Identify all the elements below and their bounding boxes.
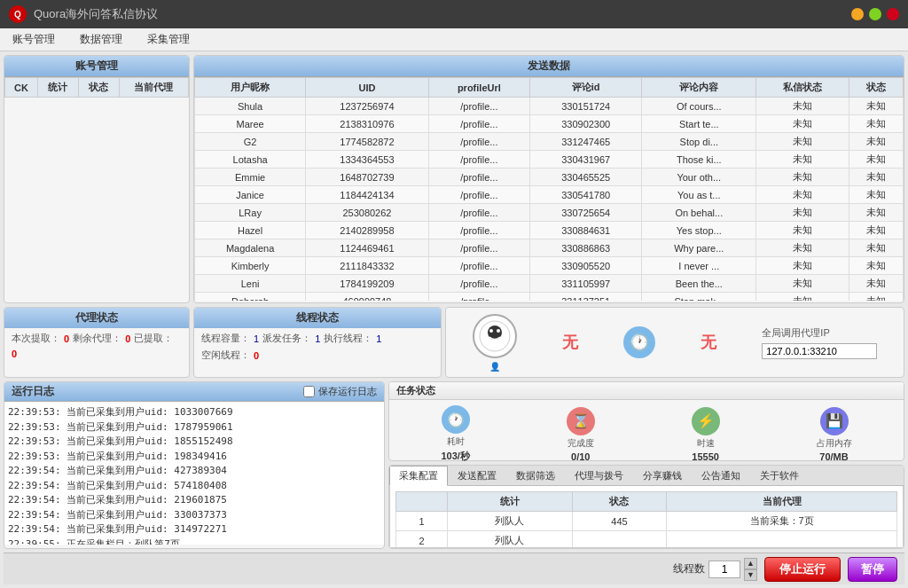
thread-label: 线程数 [673,561,705,576]
cfg-idx: 2 [396,531,448,549]
send-data-table-wrapper[interactable]: 用户昵称 UID profileUrl 评论id 评论内容 私信状态 状态 Sh… [194,77,904,301]
table-row: Leni 1784199209 /profile... 331105997 Be… [195,275,904,293]
config-section: 采集配置发送配置数据筛选代理与拨号分享赚钱公告通知关于软件 统计 状态 当前代理 [388,465,904,549]
cell-uid: 1334364553 [306,151,429,169]
cell-cid: 330151724 [529,98,641,115]
tab-采集配置[interactable]: 采集配置 [389,466,448,486]
menu-collect[interactable]: 采集管理 [142,30,195,49]
cell-status: 未知 [849,275,903,293]
cell-cid: 330725654 [529,204,641,222]
th-name: 用户昵称 [195,78,306,98]
cell-status: 未知 [849,169,903,186]
cell-name: Leni [195,275,306,293]
cfg-th-1: 统计 [448,492,572,512]
cell-cid: 330902300 [529,115,641,133]
robot-area: 👤 无 🕐 无 全局调用代理IP [446,308,904,377]
send-data-table: 用户昵称 UID profileUrl 评论id 评论内容 私信状态 状态 Sh… [194,77,904,301]
col-stats: 统计 [37,78,78,98]
tab-公告通知[interactable]: 公告通知 [692,466,750,485]
dispatch-value: 1 [315,333,320,344]
close-button[interactable] [887,8,899,20]
task-status-header: 任务状态 [389,382,904,400]
log-line: 22:39:54: 当前已采集到用户uid: 330037373 [8,508,380,523]
completion-value: 0/10 [571,451,590,462]
cell-url: /profile... [428,293,529,302]
title-bar: Q Quora海外问答私信协议 [0,0,908,28]
proxy-input[interactable] [762,343,877,359]
stop-button[interactable]: 停止运行 [764,557,841,582]
robot-status: 无 [562,332,578,353]
cell-msg: 未知 [756,151,849,169]
window-controls[interactable] [851,8,899,20]
cell-name: Magdalena [195,239,306,257]
cell-msg: 未知 [756,186,849,204]
thread-input[interactable] [708,561,740,578]
tab-分享赚钱[interactable]: 分享赚钱 [633,466,692,485]
log-content[interactable]: 22:39:53: 当前已采集到用户uid: 103300766922:39:5… [4,402,384,545]
cell-name: Deborah [195,293,306,302]
thread-arrows[interactable]: ▲ ▼ [744,558,757,581]
fetched-value: 0 [12,349,17,359]
cell-url: /profile... [428,98,529,115]
task-metrics: 🕐 耗时 103/秒 ⌛ 完成度 0/10 ⚡ 时速 15550 [389,400,904,468]
cfg-th-3: 当前代理 [667,492,897,512]
completion-icon: ⌛ [567,407,595,435]
cell-uid: 2138310976 [306,115,429,133]
cell-url: /profile... [428,275,529,293]
capacity-label: 线程容量： [201,332,250,345]
cell-status: 未知 [849,293,903,302]
cell-content: On behal... [642,204,756,222]
log-header: 运行日志 保存运行日志 [4,382,384,402]
cell-msg: 未知 [756,239,849,257]
cell-url: /profile... [428,257,529,275]
cell-url: /profile... [428,239,529,257]
cell-url: /profile... [428,115,529,133]
elapsed-value: 103/秒 [441,450,469,463]
cell-content: Stop di... [642,133,756,151]
log-panel: 运行日志 保存运行日志 22:39:53: 当前已采集到用户uid: 10330… [4,381,385,549]
cell-cid: 330431967 [529,151,641,169]
cell-url: /profile... [428,169,529,186]
config-table-row: 2 列队人 [396,531,897,549]
pause-button[interactable]: 暂停 [848,557,897,582]
cell-uid: 1237256974 [306,98,429,115]
cell-msg: 未知 [756,204,849,222]
tab-数据筛选[interactable]: 数据筛选 [506,466,565,485]
cell-name: G2 [195,133,306,151]
thread-down-arrow[interactable]: ▼ [744,569,757,581]
cell-url: /profile... [428,204,529,222]
cfg-count: 445 [572,512,667,531]
idle-label: 空闲线程： [201,349,250,362]
cell-cid: 330905520 [529,257,641,275]
memory-icon: 💾 [820,407,849,435]
th-content: 评论内容 [642,78,756,98]
menu-data[interactable]: 数据管理 [74,30,128,49]
maximize-button[interactable] [869,8,881,20]
executing-label: 执行线程： [324,332,372,345]
thread-up-arrow[interactable]: ▲ [744,558,757,569]
cell-status: 未知 [849,186,903,204]
task-status-panel: 任务状态 🕐 耗时 103/秒 ⌛ 完成度 0/10 ⚡ 时速 [388,381,904,461]
minimize-button[interactable] [851,8,864,20]
cell-name: Lotasha [195,151,306,169]
capacity-value: 1 [254,333,259,344]
th-status: 状态 [849,78,903,98]
save-log-checkbox[interactable] [303,386,315,397]
config-table: 统计 状态 当前代理 1 列队人 445 当前采集：7页 2 列队人 [395,491,897,548]
cell-status: 未知 [849,222,903,239]
menu-account[interactable]: 账号管理 [7,30,60,49]
tab-发送配置[interactable]: 发送配置 [448,466,506,485]
tab-代理与拨号[interactable]: 代理与拨号 [565,466,633,485]
log-line: 22:39:54: 当前已采集到用户uid: 314972271 [8,522,380,537]
tab-关于软件[interactable]: 关于软件 [750,466,809,485]
account-panel-header: 账号管理 [4,56,189,77]
remaining-label: 剩余代理： [73,332,121,345]
cell-content: Why pare... [642,239,756,257]
completion-metric: ⌛ 完成度 0/10 [567,407,595,462]
log-line: 22:39:55: 正在采集栏目：列队第7页 [8,537,380,545]
global-proxy-label: 全局调用代理IP [762,326,829,340]
memory-metric: 💾 占用内存 70/MB [817,407,852,462]
cell-status: 未知 [849,204,903,222]
cell-msg: 未知 [756,222,849,239]
cfg-status: 当前采集：7页 [667,512,897,531]
